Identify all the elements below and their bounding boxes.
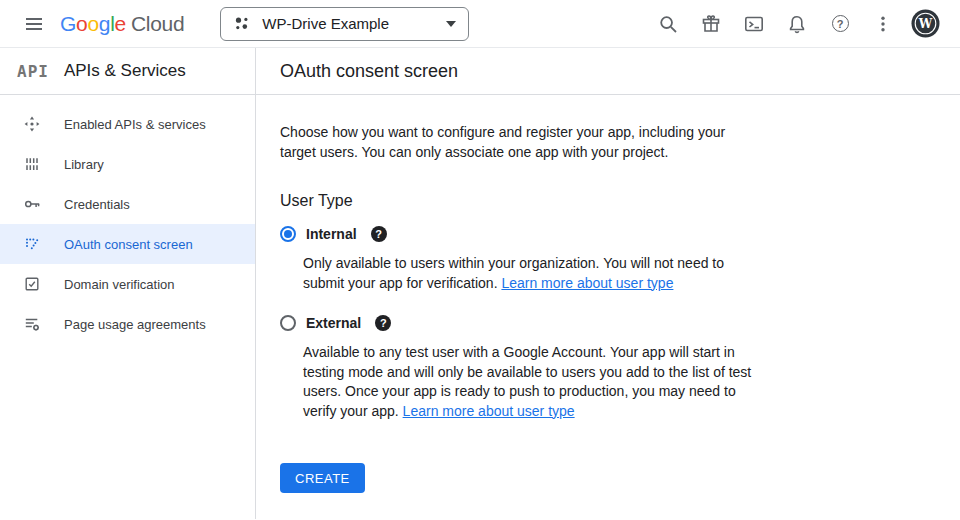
intro-line: target users. You can only associate one…	[280, 142, 936, 162]
help-button[interactable]: ?	[820, 4, 860, 44]
sidebar: API APIs & Services Enabled APIs & servi…	[0, 48, 256, 519]
gift-icon	[701, 14, 721, 34]
more-options-button[interactable]	[863, 4, 903, 44]
sidebar-header: API APIs & Services	[0, 48, 255, 95]
search-icon	[658, 14, 678, 34]
search-button[interactable]	[648, 4, 688, 44]
sidebar-item-label: Library	[64, 157, 104, 172]
question-glyph: ?	[380, 317, 387, 329]
checkbox-check-icon	[24, 276, 40, 292]
question-glyph: ?	[375, 228, 382, 240]
logo-letter: G	[60, 12, 76, 36]
page-title: OAuth consent screen	[280, 61, 458, 82]
question-glyph: ?	[837, 18, 844, 30]
account-avatar[interactable]: W	[911, 9, 940, 38]
sidebar-item-label: OAuth consent screen	[64, 237, 193, 252]
sidebar-item-page-usage-agreements[interactable]: Page usage agreements	[0, 304, 255, 344]
main-panel: OAuth consent screen Choose how you want…	[256, 48, 960, 519]
wordpress-avatar-letter: W	[918, 17, 933, 31]
radio-internal[interactable]	[280, 226, 296, 242]
chevron-down-icon	[446, 21, 456, 27]
logo-letter: g	[99, 12, 110, 36]
sidebar-item-domain-verification[interactable]: Domain verification	[0, 264, 255, 304]
project-name: WP-Drive Example	[262, 15, 389, 32]
sidebar-item-label: Enabled APIs & services	[64, 117, 206, 132]
external-description: Available to any test user with a Google…	[303, 343, 936, 421]
sidebar-item-label: Credentials	[64, 197, 130, 212]
intro-text: Choose how you want to configure and reg…	[280, 122, 936, 162]
learn-more-link-external[interactable]: Learn more about user type	[403, 403, 575, 419]
description-text: submit your app for verification.	[303, 275, 501, 291]
internal-description: Only available to users within your orga…	[303, 254, 936, 293]
user-type-heading: User Type	[280, 192, 936, 210]
key-icon	[24, 196, 40, 212]
user-type-option-external[interactable]: External ?	[280, 315, 936, 331]
sidebar-item-label: Domain verification	[64, 277, 175, 292]
library-icon	[24, 156, 40, 172]
notifications-button[interactable]	[777, 4, 817, 44]
logo-letter: o	[87, 12, 98, 36]
help-icon: ?	[832, 15, 849, 32]
menu-button[interactable]	[14, 4, 54, 44]
radio-external-label: External	[306, 315, 361, 331]
radio-internal-label: Internal	[306, 226, 357, 242]
description-line: Only available to users within your orga…	[303, 254, 936, 274]
description-line: verify your app. Learn more about user t…	[303, 402, 936, 422]
description-line: Available to any test user with a Google…	[303, 343, 936, 363]
header-actions: ? W	[648, 4, 960, 44]
more-vert-icon	[873, 14, 893, 34]
description-text: verify your app.	[303, 403, 403, 419]
sidebar-item-enabled-apis[interactable]: Enabled APIs & services	[0, 104, 255, 144]
cloud-shell-icon	[744, 14, 764, 34]
sidebar-title: APIs & Services	[64, 61, 186, 81]
cloud-shell-button[interactable]	[734, 4, 774, 44]
sidebar-nav: Enabled APIs & services Library Credenti…	[0, 95, 255, 344]
sidebar-item-label: Page usage agreements	[64, 317, 206, 332]
main-content: Choose how you want to configure and reg…	[256, 95, 960, 493]
enabled-apis-icon	[24, 116, 40, 132]
free-trial-button[interactable]	[691, 4, 731, 44]
logo-letter: o	[76, 12, 87, 36]
project-icon	[233, 15, 251, 33]
user-type-option-internal[interactable]: Internal ?	[280, 226, 936, 242]
radio-external[interactable]	[280, 315, 296, 331]
learn-more-link-internal[interactable]: Learn more about user type	[501, 275, 673, 291]
logo-letter: e	[115, 12, 126, 36]
intro-line: Choose how you want to configure and reg…	[280, 122, 936, 142]
sidebar-item-oauth-consent-screen[interactable]: OAuth consent screen	[0, 224, 255, 264]
project-selector[interactable]: WP-Drive Example	[220, 7, 469, 41]
sidebar-item-library[interactable]: Library	[0, 144, 255, 184]
create-button[interactable]: CREATE	[280, 463, 365, 493]
oauth-consent-icon	[24, 236, 40, 252]
external-help-icon[interactable]: ?	[375, 315, 391, 331]
description-line: users. Once your app is ready to push to…	[303, 382, 936, 402]
logo-cloud-text: Cloud	[131, 12, 184, 36]
api-logo: API	[17, 62, 49, 81]
bell-icon	[787, 14, 807, 34]
main-header: OAuth consent screen	[256, 48, 960, 95]
list-gear-icon	[24, 316, 40, 332]
hamburger-icon	[24, 14, 44, 34]
google-cloud-logo[interactable]: Google Cloud	[60, 12, 184, 36]
sidebar-item-credentials[interactable]: Credentials	[0, 184, 255, 224]
description-line: testing mode and will only be available …	[303, 363, 936, 383]
internal-help-icon[interactable]: ?	[371, 226, 387, 242]
top-header: Google Cloud WP-Drive Example	[0, 0, 960, 48]
description-line: submit your app for verification. Learn …	[303, 274, 936, 294]
